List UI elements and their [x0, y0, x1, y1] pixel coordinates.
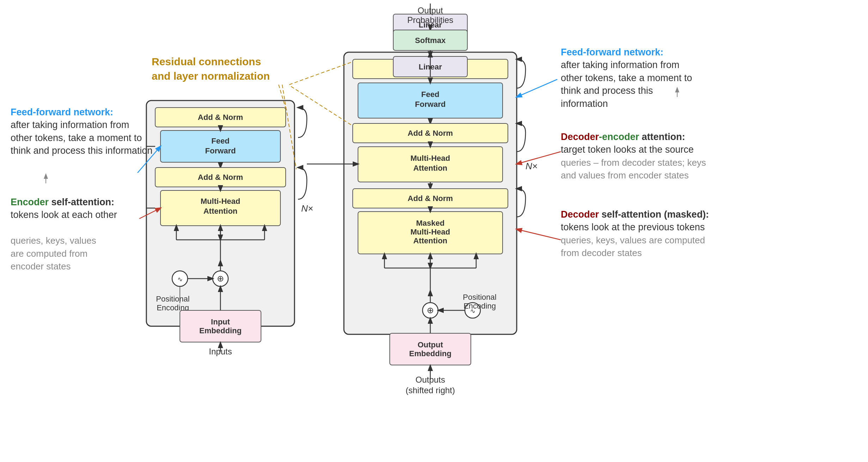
enc-add-norm-top-label: Add & Norm: [198, 113, 243, 122]
residual-title-text: Residual connections: [152, 56, 261, 67]
dec-ff-label1: Feed: [421, 90, 439, 99]
ffn-right-body: after taking information fromother token…: [561, 60, 692, 109]
dec-plus-icon: ⊕: [427, 305, 434, 315]
input-embedding-label2: Embedding: [199, 326, 242, 335]
dec-enc-title-green: -encoder: [599, 132, 639, 142]
output-embedding-label1: Output: [418, 340, 443, 349]
residual-subtitle-text: and layer normalization: [152, 70, 270, 82]
svg-line-66: [517, 229, 561, 240]
enc-self-attn-green: Encoder: [11, 197, 49, 207]
dec-enc-title-red: Decoder: [561, 132, 599, 142]
input-embedding-label1: Input: [211, 317, 230, 326]
dec-cross-mha-label1: Multi-Head: [411, 154, 450, 163]
dec-self-body: tokens look at the previous tokens: [561, 222, 705, 232]
svg-line-65: [517, 152, 561, 164]
ffn-left-annotation: Feed-forward network: after taking infor…: [11, 106, 152, 157]
enc-self-attn-sub: queries, keys, valuesare computed fromen…: [11, 235, 96, 272]
enc-sine-icon: ∿: [177, 276, 183, 283]
ffn-right-annotation: Feed-forward network: after taking infor…: [561, 46, 702, 110]
dec-enc-title-black: attention:: [639, 132, 685, 142]
outputs-label2: (shifted right): [406, 385, 455, 395]
dec-pos-enc-label1: Positional: [463, 293, 496, 302]
ffn-right-title: Feed-forward network:: [561, 47, 663, 57]
dec-self-title-black: self-attention (masked):: [602, 209, 709, 220]
dec-add-norm-bot-label: Add & Norm: [408, 194, 453, 203]
enc-self-attn-body: tokens look at each other: [11, 209, 117, 220]
output-probs-label2: Probabilities: [407, 15, 454, 25]
svg-line-60: [289, 62, 353, 85]
enc-pos-enc-label1: Positional: [156, 294, 189, 303]
svg-line-63: [517, 79, 557, 97]
nx-decoder-label: N×: [526, 161, 538, 171]
dec-enc-body: target token looks at the source: [561, 144, 694, 155]
dec-pos-enc-label2: Encoding: [463, 302, 496, 310]
dec-enc-attn-annotation: Decoder-encoder attention: target token …: [561, 130, 706, 182]
dec-self-title-red: Decoder: [561, 209, 599, 220]
enc-mha-label1: Multi-Head: [201, 197, 240, 206]
dec-masked-mha-label1: Masked: [416, 219, 445, 227]
enc-ff-label1: Feed: [211, 136, 229, 145]
dec-self-sub: queries, keys, values are computedfrom d…: [561, 235, 705, 258]
softmax-label: Softmax: [415, 36, 446, 45]
dec-self-attn-annotation: Decoder self-attention (masked): tokens …: [561, 208, 709, 260]
dec-cross-mha-label2: Attention: [413, 164, 448, 172]
dec-masked-mha-label3: Attention: [413, 236, 448, 245]
residual-annotation: Residual connections and layer normaliza…: [152, 55, 270, 83]
diagram-container: Add & Norm Feed Forward Add & Norm Multi…: [0, 0, 868, 462]
enc-plus-icon: ⊕: [217, 274, 224, 283]
dec-ff-label2: Forward: [415, 100, 446, 109]
output-probs-label1: Output: [418, 6, 443, 15]
enc-self-attn-black: self-attention:: [51, 197, 115, 207]
output-embedding-label2: Embedding: [409, 349, 451, 358]
dec-masked-mha-label2: Multi-Head: [411, 227, 450, 236]
enc-self-attn-annotation: Encoder self-attention: tokens look at e…: [11, 196, 117, 273]
main-svg: Add & Norm Feed Forward Add & Norm Multi…: [0, 0, 868, 462]
enc-mha-label2: Attention: [204, 207, 238, 215]
enc-add-norm-bot-label: Add & Norm: [198, 173, 243, 182]
ffn-left-body: after taking information fromother token…: [11, 120, 152, 156]
dec-add-norm-mid-label: Add & Norm: [408, 129, 453, 138]
dec-enc-sub: queries – from decoder states; keysand v…: [561, 157, 706, 181]
nx-encoder-label: N×: [301, 203, 313, 214]
ffn-left-title: Feed-forward network:: [11, 107, 113, 117]
enc-ff-label2: Forward: [205, 146, 236, 155]
